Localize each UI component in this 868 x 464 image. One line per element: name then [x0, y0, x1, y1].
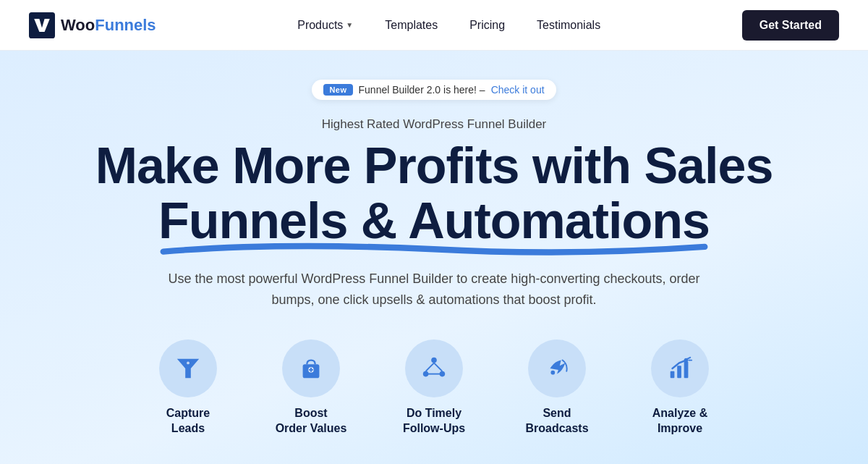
- network-icon: [420, 355, 448, 382]
- feature-capture-leads: CaptureLeads: [130, 339, 246, 436]
- svg-rect-15: [677, 366, 681, 378]
- capture-leads-label: CaptureLeads: [166, 406, 210, 436]
- headline-line1: Make More Profits with Sales: [95, 138, 773, 194]
- navbar: WooFunnels Products ▼ Templates Pricing …: [0, 0, 868, 51]
- hero-section: New Funnel Builder 2.0 is here! – Check …: [0, 51, 868, 464]
- feature-analyze: Analyze &Improve: [622, 339, 738, 436]
- svg-point-7: [431, 358, 437, 363]
- boost-orders-label: BoostOrder Values: [276, 406, 347, 436]
- broadcasts-icon-wrap: [528, 339, 586, 397]
- feature-boost-orders: BoostOrder Values: [253, 339, 369, 436]
- bag-icon: [297, 355, 325, 382]
- banner-link[interactable]: Check it out: [491, 84, 545, 96]
- banner-text: Funnel Builder 2.0 is here! –: [359, 84, 485, 96]
- chart-icon: [666, 355, 694, 382]
- logo-woo-text: Woo: [61, 16, 95, 34]
- nav-pricing[interactable]: Pricing: [456, 13, 518, 38]
- logo-funnels-text: Funnels: [95, 16, 156, 34]
- new-badge: New: [323, 84, 352, 96]
- boost-orders-icon-wrap: [282, 339, 340, 397]
- capture-leads-icon-wrap: [159, 339, 217, 397]
- analyze-label: Analyze &Improve: [652, 406, 707, 436]
- feature-broadcasts: SendBroadcasts: [499, 339, 615, 436]
- svg-point-2: [187, 361, 190, 364]
- headline-line2: Funnels & Automations: [158, 194, 710, 249]
- features-row: CaptureLeads BoostOrder Values: [14, 339, 854, 436]
- follow-ups-icon-wrap: [405, 339, 463, 397]
- svg-line-11: [434, 363, 442, 371]
- headline-underline: [158, 240, 710, 259]
- broadcast-icon: [543, 355, 571, 382]
- svg-line-10: [426, 363, 434, 371]
- funnel-icon: [174, 355, 202, 382]
- chevron-down-icon: ▼: [346, 21, 353, 29]
- feature-follow-ups: Do TimelyFollow-Ups: [376, 339, 492, 436]
- svg-rect-16: [684, 361, 689, 378]
- nav-testimonials[interactable]: Testimonials: [524, 13, 613, 38]
- analyze-icon-wrap: [651, 339, 709, 397]
- svg-point-13: [550, 371, 555, 375]
- announcement-banner: New Funnel Builder 2.0 is here! – Check …: [312, 80, 556, 100]
- nav-links: Products ▼ Templates Pricing Testimonial…: [284, 13, 613, 38]
- broadcasts-label: SendBroadcasts: [525, 406, 588, 436]
- nav-products[interactable]: Products ▼: [284, 13, 366, 38]
- get-started-button[interactable]: Get Started: [742, 10, 839, 41]
- svg-rect-14: [671, 371, 675, 379]
- svg-rect-0: [29, 12, 55, 38]
- follow-ups-label: Do TimelyFollow-Ups: [403, 406, 465, 436]
- nav-templates[interactable]: Templates: [372, 13, 451, 38]
- hero-headline: Make More Profits with Sales Funnels & A…: [14, 139, 854, 248]
- hero-tagline: Highest Rated WordPress Funnel Builder: [14, 117, 854, 132]
- logo[interactable]: WooFunnels: [29, 12, 156, 38]
- hero-subheadline: Use the most powerful WordPress Funnel B…: [163, 269, 705, 311]
